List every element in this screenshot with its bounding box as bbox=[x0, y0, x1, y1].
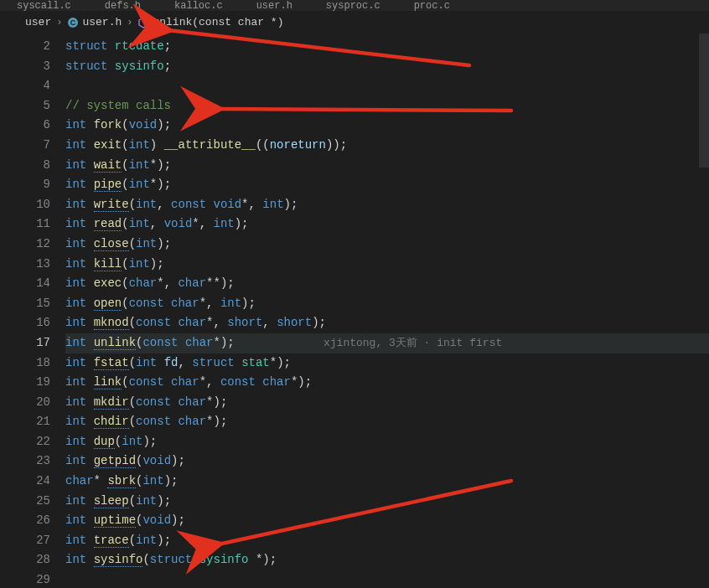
line-number: 20 bbox=[0, 393, 50, 413]
code-token: short bbox=[227, 316, 262, 329]
code-token: int bbox=[65, 395, 86, 409]
code-token: char bbox=[65, 474, 94, 487]
breadcrumb-file[interactable]: C user.h bbox=[67, 16, 122, 28]
tab[interactable]: defs.h bbox=[88, 0, 158, 12]
code-token bbox=[107, 39, 114, 53]
line-number: 18 bbox=[0, 353, 50, 374]
code-line[interactable]: int trace(int); bbox=[65, 531, 709, 551]
code-line[interactable]: int getpid(void); bbox=[65, 451, 709, 472]
code-token: sysinfo bbox=[115, 59, 164, 73]
scrollbar-thumb[interactable] bbox=[699, 34, 709, 168]
code-line[interactable]: int write(int, const void*, int); bbox=[65, 195, 709, 215]
code-line[interactable]: int chdir(const char*); bbox=[65, 412, 709, 432]
code-token: int bbox=[65, 494, 86, 508]
code-token bbox=[86, 118, 93, 132]
line-number: 29 bbox=[0, 570, 50, 588]
code-line[interactable]: struct rtcdate; bbox=[65, 37, 709, 57]
breadcrumb-label: unlink(const char *) bbox=[153, 16, 283, 28]
code-editor[interactable]: 2345678910111213141516171819202122232425… bbox=[0, 34, 709, 588]
code-token: sysinfo bbox=[94, 553, 143, 567]
code-token: mkdir bbox=[94, 395, 129, 410]
code-line[interactable] bbox=[65, 570, 709, 588]
code-token: ); bbox=[157, 237, 171, 250]
line-number: 3 bbox=[0, 57, 50, 77]
code-token: ( bbox=[129, 415, 136, 428]
tab[interactable]: sysproc.c bbox=[309, 0, 397, 12]
breadcrumbs: user › C user.h › unlink(const char *) bbox=[0, 12, 709, 34]
code-line[interactable]: int pipe(int*); bbox=[65, 175, 709, 195]
code-token: short bbox=[277, 316, 312, 329]
code-token: chdir bbox=[94, 415, 129, 429]
code-token bbox=[164, 375, 171, 389]
line-number: 5 bbox=[0, 96, 50, 116]
code-token bbox=[86, 553, 93, 566]
code-line[interactable]: int close(int); bbox=[65, 235, 709, 255]
code-token: struct bbox=[192, 356, 234, 369]
code-token: ( bbox=[122, 276, 128, 290]
code-token: ( bbox=[122, 178, 128, 191]
line-number: 7 bbox=[0, 136, 50, 156]
code-token bbox=[86, 356, 93, 369]
code-line[interactable]: int dup(int); bbox=[65, 432, 709, 452]
code-token: ) bbox=[150, 138, 164, 152]
code-line[interactable]: int link(const char*, const char*); bbox=[65, 373, 709, 393]
code-token: *, bbox=[199, 375, 220, 389]
code-token: ); bbox=[312, 316, 326, 329]
code-line[interactable]: int read(int, void*, int); bbox=[65, 214, 709, 235]
vertical-scrollbar[interactable] bbox=[699, 34, 709, 588]
code-token bbox=[86, 138, 93, 152]
breadcrumb-symbol[interactable]: unlink(const char *) bbox=[137, 16, 283, 28]
code-token: sleep bbox=[94, 494, 129, 508]
tab[interactable]: syscall.c bbox=[0, 0, 88, 12]
code-area[interactable]: struct rtcdate;struct sysinfo;// system … bbox=[65, 34, 709, 588]
code-line[interactable]: int fstat(int fd, struct stat*); bbox=[65, 353, 709, 374]
code-token bbox=[235, 356, 241, 369]
code-token: sysinfo bbox=[199, 553, 249, 566]
code-line[interactable]: struct sysinfo; bbox=[65, 57, 709, 77]
code-line[interactable]: int mknod(const char*, short, short); bbox=[65, 313, 709, 333]
code-token: ); bbox=[157, 494, 171, 508]
code-line[interactable]: int uptime(void); bbox=[65, 511, 709, 531]
code-token: write bbox=[94, 198, 129, 212]
line-number: 8 bbox=[0, 156, 50, 176]
code-line[interactable]: char* sbrk(int); bbox=[65, 472, 709, 492]
code-token: struct bbox=[65, 59, 107, 73]
code-line[interactable]: int exit(int) __attribute__((noreturn)); bbox=[65, 136, 709, 156]
code-token: mknod bbox=[94, 316, 129, 330]
code-line[interactable]: int kill(int); bbox=[65, 255, 709, 275]
code-token: ( bbox=[129, 237, 136, 250]
code-token: const bbox=[142, 336, 178, 349]
tab[interactable]: user.h bbox=[240, 0, 309, 12]
code-token: int bbox=[214, 217, 235, 230]
code-token: ( bbox=[122, 297, 128, 310]
code-line[interactable]: int sysinfo(struct sysinfo *); bbox=[65, 550, 709, 570]
tab[interactable]: kalloc.c bbox=[158, 0, 240, 12]
code-token bbox=[86, 336, 93, 349]
code-line[interactable]: // system calls bbox=[65, 96, 709, 116]
code-token: int bbox=[65, 257, 86, 271]
code-token bbox=[86, 198, 93, 211]
code-token: int bbox=[65, 237, 86, 250]
tab[interactable]: proc.c bbox=[397, 0, 467, 12]
code-line[interactable]: int unlink(const char*);xjintong, 3天前 · … bbox=[65, 333, 709, 353]
code-line[interactable]: int exec(char*, char**); bbox=[65, 274, 709, 294]
code-token: int bbox=[65, 415, 86, 428]
code-line[interactable]: int mkdir(const char*); bbox=[65, 393, 709, 413]
code-token: ( bbox=[122, 375, 128, 389]
code-line[interactable] bbox=[65, 76, 709, 96]
breadcrumb-folder[interactable]: user bbox=[25, 16, 51, 28]
line-number: 23 bbox=[0, 451, 50, 472]
code-line[interactable]: int wait(int*); bbox=[65, 156, 709, 176]
code-token: ( bbox=[122, 257, 128, 271]
code-token: close bbox=[94, 237, 129, 251]
chevron-right-icon: › bbox=[127, 17, 132, 28]
code-token: *); bbox=[150, 178, 171, 191]
code-line[interactable]: int fork(void); bbox=[65, 116, 709, 136]
code-token bbox=[157, 356, 163, 369]
code-line[interactable]: int open(const char*, int); bbox=[65, 294, 709, 314]
code-token: ); bbox=[164, 474, 179, 487]
code-line[interactable]: int sleep(int); bbox=[65, 492, 709, 512]
c-file-icon: C bbox=[67, 17, 79, 28]
code-token bbox=[86, 158, 93, 172]
code-token: struct bbox=[65, 39, 107, 53]
